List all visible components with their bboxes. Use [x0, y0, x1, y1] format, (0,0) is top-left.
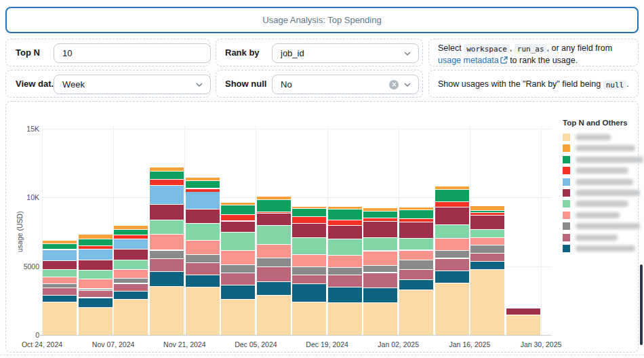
bar-segment[interactable]: [114, 269, 148, 278]
bar-segment[interactable]: [435, 207, 469, 224]
legend-item[interactable]: [563, 245, 635, 252]
bar-segment[interactable]: [435, 283, 469, 335]
bar-segment[interactable]: [150, 271, 184, 286]
bar-segment[interactable]: [221, 205, 255, 214]
bar-segment[interactable]: [470, 253, 504, 261]
bar-segment[interactable]: [399, 210, 433, 218]
bar-segment[interactable]: [328, 209, 362, 220]
bar-segment[interactable]: [150, 258, 184, 271]
bar-segment[interactable]: [221, 202, 255, 205]
bar-segment[interactable]: [292, 237, 326, 254]
bar-segment[interactable]: [79, 298, 113, 308]
bar-segment[interactable]: [43, 243, 77, 249]
bar-segment[interactable]: [328, 220, 362, 225]
bar-segment[interactable]: [435, 186, 469, 190]
bar-segment[interactable]: [363, 237, 397, 250]
bar-segment[interactable]: [79, 290, 113, 298]
bar-segment[interactable]: [363, 287, 397, 302]
bar-segment[interactable]: [79, 270, 113, 279]
legend-item[interactable]: [563, 222, 640, 230]
bar-segment[interactable]: [186, 262, 220, 275]
bar-segment[interactable]: [399, 279, 433, 290]
bar-segment[interactable]: [257, 295, 291, 335]
bar-segment[interactable]: [221, 250, 255, 265]
legend-item[interactable]: [563, 178, 633, 186]
bar-segment[interactable]: [43, 277, 77, 283]
bar-segment[interactable]: [257, 212, 291, 213]
legend-item[interactable]: [563, 156, 643, 163]
bar-segment[interactable]: [114, 291, 148, 300]
bar-segment[interactable]: [79, 239, 113, 245]
bar-segment[interactable]: [470, 237, 504, 245]
bar-segment[interactable]: [114, 239, 148, 249]
bar-segment[interactable]: [363, 273, 397, 288]
bar-segment[interactable]: [292, 254, 326, 266]
bar-segment[interactable]: [186, 209, 220, 223]
bar-segment[interactable]: [328, 302, 362, 335]
clear-selection-icon[interactable]: [389, 80, 399, 90]
bar-segment[interactable]: [292, 266, 326, 275]
bar-segment[interactable]: [79, 245, 113, 249]
bar-segment[interactable]: [43, 283, 77, 288]
bar-segment[interactable]: [43, 302, 77, 335]
bar-segment[interactable]: [328, 239, 362, 255]
bar-segment[interactable]: [150, 204, 184, 220]
bar-segment[interactable]: [399, 269, 433, 280]
bar-segment[interactable]: [114, 235, 148, 239]
bar-segment[interactable]: [221, 232, 255, 250]
bar-segment[interactable]: [257, 225, 291, 244]
bar-segment[interactable]: [399, 218, 433, 222]
bar-segment[interactable]: [363, 218, 397, 221]
bar-segment[interactable]: [257, 199, 291, 212]
bar-segment[interactable]: [328, 267, 362, 275]
bar-segment[interactable]: [43, 250, 77, 260]
bar-segment[interactable]: [328, 275, 362, 287]
bar-segment[interactable]: [150, 167, 184, 171]
bar-segment[interactable]: [257, 258, 291, 266]
bar-segment[interactable]: [186, 180, 220, 188]
bar-segment[interactable]: [221, 221, 255, 233]
bar-segment[interactable]: [150, 250, 184, 259]
bar-segment[interactable]: [186, 275, 220, 287]
bar-segment[interactable]: [399, 260, 433, 268]
bar-segment[interactable]: [79, 249, 113, 260]
bar-segment[interactable]: [435, 189, 469, 201]
bar-segment[interactable]: [186, 191, 220, 209]
bar-segment[interactable]: [399, 250, 433, 260]
bar-segment[interactable]: [114, 260, 148, 268]
bar-segment[interactable]: [328, 206, 362, 209]
bar-segment[interactable]: [363, 265, 397, 273]
legend-item[interactable]: [563, 234, 618, 241]
bar-segment[interactable]: [399, 222, 433, 238]
bar-segment[interactable]: [150, 171, 184, 180]
bar-segment[interactable]: [150, 286, 184, 335]
bar-segment[interactable]: [435, 258, 469, 271]
bar-segment[interactable]: [328, 225, 362, 239]
bar-segment[interactable]: [114, 249, 148, 260]
bar-segment[interactable]: [292, 206, 326, 208]
bar-segment[interactable]: [186, 188, 220, 192]
legend-item[interactable]: [563, 212, 620, 219]
bar-segment[interactable]: [43, 287, 77, 295]
bar-segment[interactable]: [43, 295, 77, 302]
legend-item[interactable]: [563, 189, 640, 197]
bar-segment[interactable]: [257, 213, 291, 225]
bar-segment[interactable]: [79, 234, 113, 239]
bar-segment[interactable]: [328, 287, 362, 302]
bar-segment[interactable]: [79, 289, 113, 290]
legend-item[interactable]: [563, 200, 628, 207]
usage-metadata-link[interactable]: usage metadata: [438, 56, 508, 65]
bar-segment[interactable]: [43, 249, 77, 250]
legend-item[interactable]: [563, 144, 635, 152]
bar-segment[interactable]: [328, 255, 362, 268]
bar-segment[interactable]: [470, 215, 504, 229]
bar-segment[interactable]: [257, 196, 291, 199]
bar-segment[interactable]: [79, 307, 113, 335]
bar-segment[interactable]: [114, 229, 148, 235]
bar-segment[interactable]: [221, 285, 255, 300]
bar-segment[interactable]: [221, 214, 255, 221]
bar-segment[interactable]: [150, 185, 184, 204]
bar-segment[interactable]: [435, 271, 469, 283]
bar-segment[interactable]: [435, 224, 469, 238]
bar-segment[interactable]: [435, 238, 469, 250]
